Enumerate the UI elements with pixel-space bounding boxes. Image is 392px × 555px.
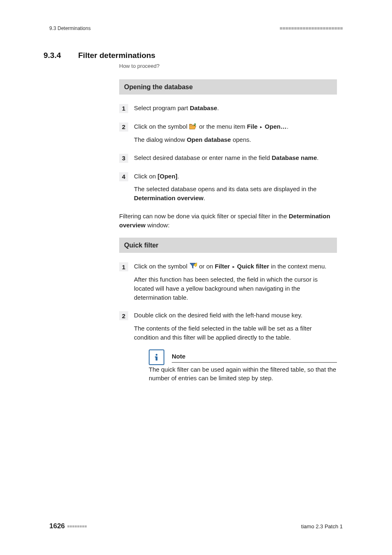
menu-arrow-icon: ▸ — [260, 125, 262, 129]
step-number: 2 — [119, 123, 128, 132]
menu-arrow-icon: ▸ — [233, 264, 235, 269]
page-number-group: 1626 — [49, 522, 87, 530]
quick-filter-icon — [189, 262, 197, 270]
step-text: Double click on the desired field with t… — [134, 311, 337, 320]
step-number: 3 — [119, 154, 128, 163]
note-body: The quick filter can be used again withi… — [149, 365, 337, 383]
step-text: The selected database opens and its data… — [134, 185, 337, 203]
section-heading: 9.3.4 Filter determinations — [44, 51, 343, 60]
product-name: tiamo 2.3 Patch 1 — [301, 523, 343, 530]
step-text: The contents of the field selected in th… — [134, 324, 337, 342]
note-box: NoteThe quick filter can be used again w… — [149, 349, 337, 383]
numbered-step: 1Select program part Database. — [119, 104, 337, 113]
numbered-step: 2Click on the symbol or the menu item Fi… — [119, 122, 337, 144]
page-footer: 1626 tiamo 2.3 Patch 1 — [49, 522, 343, 530]
numbered-step: 3Select desired database or enter name i… — [119, 153, 337, 163]
step-number: 1 — [119, 104, 128, 113]
opening-database-title: Opening the database — [119, 79, 337, 95]
quick-filter-title: Quick filter — [119, 238, 337, 253]
step-text: Select program part Database. — [134, 104, 337, 113]
footer-ornament — [67, 525, 87, 527]
step-number: 2 — [119, 311, 128, 320]
step-text: Click on [Open]. — [134, 172, 337, 181]
page-number: 1626 — [49, 522, 65, 530]
step-number: 1 — [119, 262, 128, 271]
section-number: 9.3.4 — [44, 51, 61, 60]
section-title: Filter determinations — [78, 51, 155, 60]
running-header: 9.3 Determinations — [49, 25, 343, 31]
header-ornament — [280, 27, 343, 30]
step-text: The dialog window Open database opens. — [134, 135, 337, 144]
step-text: Select desired database or enter name in… — [134, 153, 337, 162]
svg-rect-4 — [155, 356, 157, 358]
numbered-step: 4Click on [Open].The selected database o… — [119, 172, 337, 203]
step-text: After this function has been selected, t… — [134, 275, 337, 302]
transition-paragraph: Filtering can now be done via quick filt… — [119, 212, 337, 230]
how-to-proceed: How to proceed? — [119, 62, 337, 70]
note-title: Note — [172, 352, 337, 363]
numbered-step: 1Click on the symbol or on Filter ▸ Quic… — [119, 262, 337, 302]
svg-point-2 — [156, 354, 158, 356]
step-text: Click on the symbol or on Filter ▸ Quick… — [134, 262, 337, 271]
info-icon — [149, 349, 164, 365]
open-folder-icon — [189, 123, 197, 130]
step-text: Click on the symbol or the menu item Fil… — [134, 122, 337, 131]
header-left: 9.3 Determinations — [49, 25, 91, 31]
numbered-step: 2Double click on the desired field with … — [119, 311, 337, 383]
step-number: 4 — [119, 172, 128, 181]
